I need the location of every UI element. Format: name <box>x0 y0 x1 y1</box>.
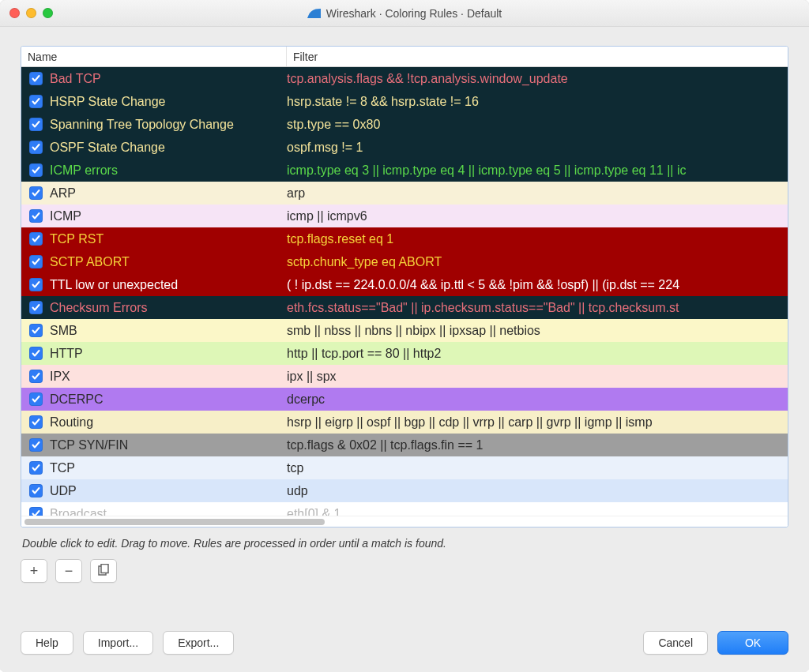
row-checkbox[interactable] <box>21 507 50 516</box>
rule-name[interactable]: TCP SYN/FIN <box>50 438 287 452</box>
rule-filter[interactable]: eth[0] & 1 <box>287 507 788 516</box>
row-checkbox[interactable] <box>21 484 50 497</box>
remove-button[interactable]: − <box>55 559 82 583</box>
rule-name[interactable]: OSPF State Change <box>50 141 287 155</box>
row-checkbox[interactable] <box>21 370 50 383</box>
table-row[interactable]: ARParp <box>21 182 788 205</box>
add-button[interactable]: + <box>21 559 47 583</box>
table-row[interactable]: DCERPCdcerpc <box>21 388 788 411</box>
rule-filter[interactable]: icmp || icmpv6 <box>287 209 788 223</box>
rule-name[interactable]: TTL low or unexpected <box>50 278 287 292</box>
row-checkbox[interactable] <box>21 324 50 337</box>
rule-name[interactable]: HTTP <box>50 347 287 361</box>
rule-filter[interactable]: smb || nbss || nbns || nbipx || ipxsap |… <box>287 324 788 338</box>
rule-name[interactable]: Routing <box>50 415 287 430</box>
rule-filter[interactable]: tcp.flags.reset eq 1 <box>287 232 788 246</box>
table-row[interactable]: Spanning Tree Topology Changestp.type ==… <box>21 113 788 136</box>
table-row[interactable]: IPXipx || spx <box>21 365 788 388</box>
rule-filter[interactable]: hsrp.state != 8 && hsrp.state != 16 <box>287 95 788 109</box>
rule-name[interactable]: TCP RST <box>50 232 287 246</box>
table-row[interactable]: UDPudp <box>21 479 788 502</box>
table-row[interactable]: Broadcasteth[0] & 1 <box>21 502 788 516</box>
rule-name[interactable]: SCTP ABORT <box>50 255 287 269</box>
rule-filter[interactable]: ipx || spx <box>287 370 788 384</box>
rule-filter[interactable]: tcp.analysis.flags && !tcp.analysis.wind… <box>287 72 788 86</box>
scrollbar-thumb[interactable] <box>24 519 325 525</box>
rule-name[interactable]: Broadcast <box>50 507 287 516</box>
row-checkbox[interactable] <box>21 301 50 314</box>
col-header-filter[interactable]: Filter <box>287 47 788 66</box>
rule-filter[interactable]: sctp.chunk_type eq ABORT <box>287 255 788 269</box>
rule-filter[interactable]: stp.type == 0x80 <box>287 118 788 132</box>
rule-name[interactable]: DCERPC <box>50 392 287 407</box>
copy-button[interactable] <box>90 559 117 583</box>
rule-filter[interactable]: tcp <box>287 461 788 475</box>
table-row[interactable]: TCP SYN/FINtcp.flags & 0x02 || tcp.flags… <box>21 434 788 456</box>
table-row[interactable]: TTL low or unexpected( ! ip.dst == 224.0… <box>21 273 788 296</box>
ok-button[interactable]: OK <box>717 631 788 655</box>
table-row[interactable]: HSRP State Changehsrp.state != 8 && hsrp… <box>21 90 788 113</box>
row-checkbox[interactable] <box>21 72 50 85</box>
rule-filter[interactable]: eth.fcs.status=="Bad" || ip.checksum.sta… <box>287 301 788 315</box>
table-row[interactable]: SMBsmb || nbss || nbns || nbipx || ipxsa… <box>21 319 788 342</box>
row-checkbox[interactable] <box>21 141 50 154</box>
table-row[interactable]: SCTP ABORTsctp.chunk_type eq ABORT <box>21 250 788 273</box>
rule-filter[interactable]: ( ! ip.dst == 224.0.0.0/4 && ip.ttl < 5 … <box>287 278 788 292</box>
help-button[interactable]: Help <box>21 631 73 655</box>
row-checkbox[interactable] <box>21 232 50 246</box>
minimize-button[interactable] <box>26 8 36 18</box>
row-checkbox[interactable] <box>21 186 50 200</box>
rule-name[interactable]: ICMP <box>50 209 287 223</box>
row-checkbox[interactable] <box>21 163 50 177</box>
table-row[interactable]: OSPF State Changeospf.msg != 1 <box>21 136 788 159</box>
cancel-button[interactable]: Cancel <box>643 631 708 655</box>
table-row[interactable]: TCP RSTtcp.flags.reset eq 1 <box>21 227 788 250</box>
rule-name[interactable]: ARP <box>50 186 287 201</box>
rules-list[interactable]: Name Filter Bad TCPtcp.analysis.flags &&… <box>21 46 788 527</box>
row-checkbox[interactable] <box>21 278 50 291</box>
copy-icon <box>98 563 110 580</box>
row-checkbox[interactable] <box>21 461 50 475</box>
col-header-name[interactable]: Name <box>21 47 287 66</box>
row-checkbox[interactable] <box>21 392 50 406</box>
rule-name[interactable]: TCP <box>50 461 287 475</box>
table-row[interactable]: Routinghsrp || eigrp || ospf || bgp || c… <box>21 411 788 434</box>
rule-filter[interactable]: arp <box>287 186 788 201</box>
rule-filter[interactable]: udp <box>287 484 788 498</box>
table-row[interactable]: HTTPhttp || tcp.port == 80 || http2 <box>21 342 788 365</box>
rule-name[interactable]: SMB <box>50 324 287 338</box>
rule-filter[interactable]: dcerpc <box>287 392 788 407</box>
rule-filter[interactable]: hsrp || eigrp || ospf || bgp || cdp || v… <box>287 415 788 430</box>
content: Name Filter Bad TCPtcp.analysis.flags &&… <box>0 27 809 610</box>
close-button[interactable] <box>9 8 20 18</box>
table-row[interactable]: ICMP errorsicmp.type eq 3 || icmp.type e… <box>21 159 788 182</box>
table-row[interactable]: Bad TCPtcp.analysis.flags && !tcp.analys… <box>21 67 788 90</box>
row-checkbox[interactable] <box>21 118 50 131</box>
rule-filter[interactable]: icmp.type eq 3 || icmp.type eq 4 || icmp… <box>287 163 788 178</box>
row-checkbox[interactable] <box>21 255 50 268</box>
rule-name[interactable]: UDP <box>50 484 287 498</box>
row-checkbox[interactable] <box>21 415 50 429</box>
rule-filter[interactable]: ospf.msg != 1 <box>287 141 788 155</box>
row-checkbox[interactable] <box>21 95 50 108</box>
window: Wireshark · Coloring Rules · Default Nam… <box>0 0 809 672</box>
table-row[interactable]: Checksum Errorseth.fcs.status=="Bad" || … <box>21 296 788 319</box>
row-checkbox[interactable] <box>21 209 50 223</box>
rule-name[interactable]: Spanning Tree Topology Change <box>50 118 287 132</box>
row-checkbox[interactable] <box>21 347 50 360</box>
rule-name[interactable]: IPX <box>50 370 287 384</box>
rule-name[interactable]: HSRP State Change <box>50 95 287 109</box>
rule-name[interactable]: ICMP errors <box>50 163 287 178</box>
rule-filter[interactable]: tcp.flags & 0x02 || tcp.flags.fin == 1 <box>287 438 788 452</box>
rule-name[interactable]: Bad TCP <box>50 72 287 86</box>
rule-name[interactable]: Checksum Errors <box>50 301 287 315</box>
rule-filter[interactable]: http || tcp.port == 80 || http2 <box>287 347 788 361</box>
import-button[interactable]: Import... <box>83 631 153 655</box>
zoom-button[interactable] <box>43 8 53 18</box>
row-checkbox[interactable] <box>21 438 50 452</box>
export-button[interactable]: Export... <box>163 631 234 655</box>
table-row[interactable]: ICMPicmp || icmpv6 <box>21 205 788 227</box>
checkbox-checked-icon <box>29 461 43 475</box>
table-row[interactable]: TCPtcp <box>21 456 788 479</box>
horizontal-scrollbar[interactable] <box>21 516 788 527</box>
